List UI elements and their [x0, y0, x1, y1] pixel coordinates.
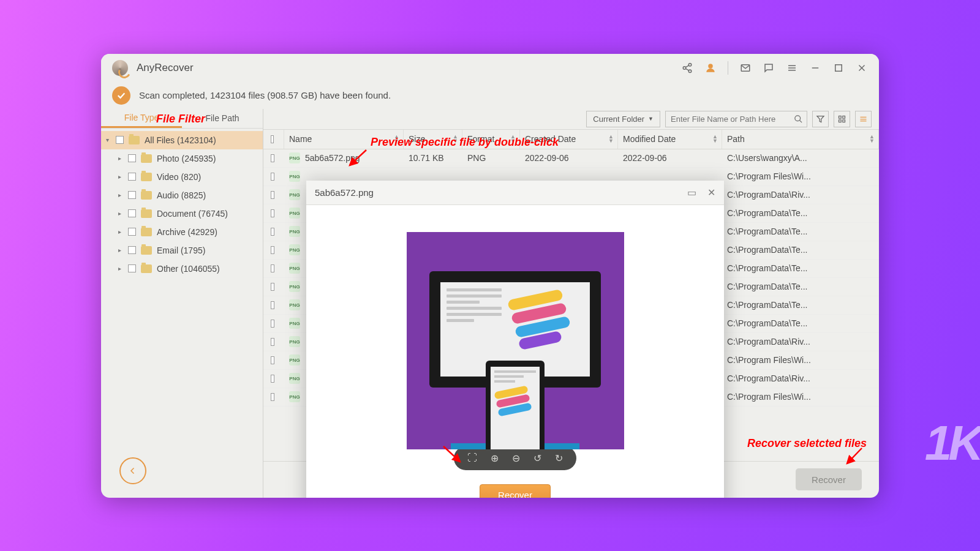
checkbox[interactable]	[271, 154, 274, 162]
svg-marker-16	[817, 116, 824, 122]
tab-file-type[interactable]: File Type	[101, 109, 182, 128]
check-icon	[112, 86, 130, 105]
sidebar-tabs: File Type File Path	[101, 109, 263, 129]
maximize-icon[interactable]	[832, 62, 845, 74]
svg-line-4	[685, 69, 688, 70]
folder-icon	[141, 154, 152, 163]
fullscreen-icon[interactable]: ⛶	[467, 452, 477, 464]
checkbox[interactable]	[271, 191, 274, 199]
recover-button[interactable]: Recover	[796, 468, 862, 490]
svg-rect-19	[839, 119, 842, 122]
checkbox[interactable]	[271, 393, 274, 401]
png-icon: PNG	[289, 391, 300, 402]
svg-point-14	[794, 115, 800, 121]
tree-all-files[interactable]: ▾All Files (1423104)	[101, 131, 263, 149]
checkbox[interactable]	[271, 356, 274, 364]
folder-icon	[141, 209, 152, 218]
zoom-out-icon[interactable]: ⊖	[512, 452, 520, 464]
col-name[interactable]: Name▲▼	[284, 130, 404, 149]
checkbox[interactable]	[271, 375, 274, 383]
file-type-tree: ▾All Files (1423104) ▸Photo (245935) ▸Vi…	[101, 129, 263, 498]
checkbox[interactable]	[128, 154, 136, 162]
tree-other[interactable]: ▸Other (1046055)	[101, 260, 263, 278]
preview-recover-button[interactable]: Recover	[480, 484, 551, 498]
checkbox[interactable]	[271, 228, 274, 236]
checkbox[interactable]	[271, 283, 274, 291]
checkbox[interactable]	[271, 173, 274, 181]
tree-email[interactable]: ▸Email (1795)	[101, 241, 263, 260]
tree-photo[interactable]: ▸Photo (245935)	[101, 149, 263, 168]
rotate-right-icon[interactable]: ↻	[555, 452, 563, 464]
comment-icon[interactable]	[763, 62, 775, 74]
checkbox[interactable]	[128, 173, 136, 181]
back-button[interactable]	[119, 457, 146, 484]
svg-rect-11	[835, 64, 842, 71]
png-icon: PNG	[289, 152, 300, 163]
folder-icon	[141, 228, 152, 236]
png-icon: PNG	[289, 281, 300, 292]
preview-body: ⛶ ⊕ ⊖ ↺ ↻	[306, 205, 724, 476]
close-icon[interactable]	[856, 62, 868, 74]
svg-point-1	[683, 66, 686, 69]
user-icon[interactable]	[704, 62, 717, 74]
tab-file-path[interactable]: File Path	[182, 109, 263, 128]
png-icon: PNG	[289, 171, 300, 182]
svg-rect-17	[839, 116, 842, 118]
share-icon[interactable]	[681, 62, 693, 74]
sidebar: File Type File Path ▾All Files (1423104)…	[101, 109, 263, 498]
table-row[interactable]: PNG5ab6a572.png 10.71 KB PNG 2022-09-06 …	[263, 149, 879, 168]
checkbox-all[interactable]	[271, 135, 274, 143]
svg-point-2	[688, 70, 692, 73]
filter-icon[interactable]	[812, 111, 829, 127]
checkbox[interactable]	[271, 320, 274, 328]
mail-icon[interactable]	[739, 62, 752, 74]
svg-point-0	[688, 63, 692, 66]
preview-maximize-icon[interactable]: ▭	[687, 187, 696, 198]
checkbox[interactable]	[128, 191, 136, 199]
minimize-icon[interactable]	[809, 62, 821, 74]
png-icon: PNG	[289, 263, 300, 274]
png-icon: PNG	[289, 244, 300, 255]
folder-dropdown[interactable]: Current Folder▼	[586, 111, 660, 127]
tree-document[interactable]: ▸Document (76745)	[101, 204, 263, 223]
col-created[interactable]: Created Date▲▼	[520, 130, 618, 149]
grid-view-icon[interactable]	[834, 111, 850, 127]
checkbox[interactable]	[128, 228, 136, 236]
col-path[interactable]: Path▲▼	[722, 130, 879, 149]
zoom-in-icon[interactable]: ⊕	[491, 452, 499, 464]
menu-icon[interactable]	[786, 62, 798, 74]
col-modified[interactable]: Modified Date▲▼	[618, 130, 722, 149]
svg-line-3	[685, 65, 688, 67]
checkbox[interactable]	[271, 338, 274, 346]
rotate-left-icon[interactable]: ↺	[533, 452, 541, 464]
checkbox[interactable]	[271, 246, 274, 254]
app-logo-icon	[112, 60, 128, 76]
table-header: Name▲▼ Size▲▼ Format▲▼ Created Date▲▼ Mo…	[263, 130, 879, 149]
app-window: AnyRecover Scan completed, 1423104 files…	[101, 54, 879, 498]
list-view-icon[interactable]	[855, 111, 872, 127]
tree-video[interactable]: ▸Video (820)	[101, 168, 263, 186]
search-input[interactable]	[666, 114, 790, 124]
checkbox[interactable]	[271, 264, 274, 272]
tree-audio[interactable]: ▸Audio (8825)	[101, 186, 263, 204]
app-title: AnyRecover	[137, 62, 194, 74]
checkbox[interactable]	[128, 264, 136, 272]
status-bar: Scan completed, 1423104 files (908.57 GB…	[101, 82, 879, 109]
svg-rect-18	[843, 116, 845, 118]
preview-header: 5ab6a572.png ▭ ✕	[306, 181, 724, 205]
search-icon[interactable]	[790, 114, 807, 124]
col-size[interactable]: Size▲▼	[404, 130, 462, 149]
divider	[728, 61, 728, 75]
toolbar: Current Folder▼	[263, 109, 879, 130]
col-format[interactable]: Format▲▼	[462, 130, 520, 149]
preview-close-icon[interactable]: ✕	[707, 187, 715, 198]
checkbox[interactable]	[271, 301, 274, 309]
png-icon: PNG	[289, 354, 300, 365]
tree-archive[interactable]: ▸Archive (42929)	[101, 223, 263, 241]
checkbox[interactable]	[271, 209, 274, 217]
png-icon: PNG	[289, 189, 300, 200]
checkbox[interactable]	[116, 136, 124, 144]
checkbox[interactable]	[128, 209, 136, 217]
checkbox[interactable]	[128, 246, 136, 254]
preview-footer: Recover	[306, 476, 724, 498]
